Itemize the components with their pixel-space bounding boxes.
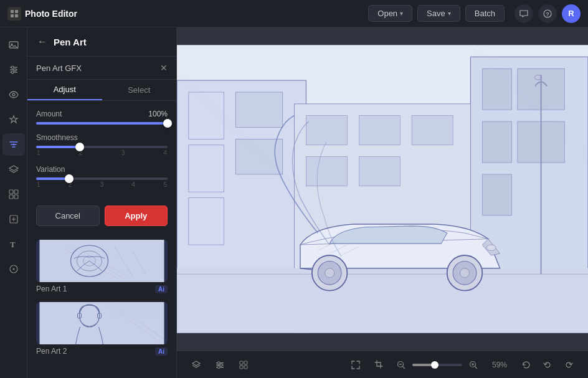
svg-point-23 xyxy=(12,268,14,270)
help-button[interactable]: ? xyxy=(538,4,557,23)
panel-back-button[interactable]: ← xyxy=(36,35,49,49)
sliders-section: Amount 100% Smoothness 1 xyxy=(27,101,176,206)
svg-rect-57 xyxy=(359,116,400,145)
amount-thumb[interactable] xyxy=(163,119,172,128)
sidebar-export-btn[interactable] xyxy=(2,208,25,230)
sidebar-misc-btn[interactable] xyxy=(2,258,25,280)
smoothness-thumb[interactable] xyxy=(75,143,84,151)
panel-title: Pen Art xyxy=(54,37,87,47)
sidebar-media-btn[interactable] xyxy=(2,34,25,56)
svg-rect-52 xyxy=(482,121,511,163)
crop-btn[interactable] xyxy=(370,356,389,374)
zoom-value: 59% xyxy=(485,361,507,369)
svg-rect-86 xyxy=(244,366,247,369)
svg-point-82 xyxy=(217,366,220,368)
undo-btn[interactable] xyxy=(538,356,557,374)
batch-button[interactable]: Batch xyxy=(465,5,505,22)
svg-line-88 xyxy=(403,366,405,369)
tab-select[interactable]: Select xyxy=(102,80,177,100)
sidebar-eye-btn[interactable] xyxy=(2,83,25,106)
filter-header: Pen Art GFX ✕ xyxy=(27,57,176,80)
zoom-controls: 59% xyxy=(394,357,507,372)
svg-text:T: T xyxy=(10,240,16,249)
zoom-slider[interactable] xyxy=(412,364,462,366)
thumbnail-ai-badge-1: Ai xyxy=(155,285,168,293)
thumbnails-section: Pen Art 1 Ai xyxy=(27,235,176,378)
thumbnail-label-2: Pen Art 2 xyxy=(36,347,67,356)
app-title: Photo Editor xyxy=(25,9,77,19)
open-button[interactable]: Open ▾ xyxy=(368,5,412,22)
svg-line-91 xyxy=(475,366,478,369)
user-avatar[interactable]: R xyxy=(562,4,581,23)
smoothness-ticks: 1 2 3 4 xyxy=(36,149,168,156)
topbar-actions: ? R xyxy=(514,4,581,23)
smoothness-track xyxy=(36,146,168,148)
thumbnail-footer-2: Pen Art 2 Ai xyxy=(36,347,168,356)
svg-point-14 xyxy=(12,93,15,96)
svg-rect-3 xyxy=(15,14,18,17)
canvas-content[interactable] xyxy=(177,27,588,351)
amount-value: 100% xyxy=(148,110,168,118)
thumbnail-pen-art-1[interactable]: Pen Art 1 Ai xyxy=(36,240,168,293)
sidebar-gallery-btn[interactable] xyxy=(2,183,25,206)
sidebar-adjust-btn[interactable] xyxy=(2,59,25,81)
amount-fill xyxy=(36,122,168,125)
redo-btn[interactable] xyxy=(559,356,578,374)
cancel-button[interactable]: Cancel xyxy=(36,206,100,226)
sidebar-text-btn[interactable]: T xyxy=(2,233,25,255)
sidebar-layers-btn[interactable] xyxy=(2,158,25,181)
svg-rect-47 xyxy=(235,92,282,128)
smoothness-label: Smoothness xyxy=(36,133,78,142)
filter-name: Pen Art GFX xyxy=(36,64,82,73)
svg-rect-17 xyxy=(14,190,18,194)
grid-bottom-btn[interactable] xyxy=(234,356,253,374)
icon-sidebar: T xyxy=(0,27,27,378)
panel-tabs: Adjust Select xyxy=(27,80,176,101)
svg-rect-54 xyxy=(482,174,511,215)
history-btn[interactable] xyxy=(517,356,536,374)
variation-ticks: 1 2 3 4 5 xyxy=(36,181,168,188)
svg-rect-18 xyxy=(9,195,13,199)
sidebar-filters-btn[interactable] xyxy=(2,133,25,156)
smoothness-slider-row: Smoothness 1 2 3 4 xyxy=(36,133,168,156)
topbar: Photo Editor Open ▾ Save ▾ Batch ? R xyxy=(0,0,588,27)
adjust-bottom-btn[interactable] xyxy=(211,356,229,374)
svg-point-65 xyxy=(325,268,334,278)
svg-point-15 xyxy=(12,144,14,146)
filter-close-button[interactable]: ✕ xyxy=(160,63,168,73)
fit-screen-btn[interactable] xyxy=(346,356,365,374)
svg-rect-84 xyxy=(244,361,247,364)
sidebar-effects-btn[interactable] xyxy=(2,108,25,131)
layers-bottom-btn[interactable] xyxy=(187,356,206,374)
variation-slider-row: Variation 1 2 3 4 5 xyxy=(36,165,168,188)
thumbnail-pen-art-2[interactable]: Pen Art 2 Ai xyxy=(36,302,168,356)
svg-rect-61 xyxy=(177,268,588,333)
zoom-in-btn[interactable] xyxy=(466,357,481,372)
svg-rect-83 xyxy=(240,361,243,364)
svg-rect-0 xyxy=(11,10,14,13)
save-button[interactable]: Save ▾ xyxy=(417,5,460,22)
svg-rect-60 xyxy=(359,157,400,186)
save-chevron: ▾ xyxy=(448,10,451,17)
svg-rect-50 xyxy=(482,69,511,110)
thumbnail-ai-badge-2: Ai xyxy=(155,347,168,356)
zoom-out-btn[interactable] xyxy=(394,357,409,372)
variation-track xyxy=(36,177,168,180)
bottom-bar: 59% xyxy=(177,351,588,378)
messages-button[interactable] xyxy=(514,4,533,23)
svg-rect-19 xyxy=(14,195,18,199)
logo-icon xyxy=(7,7,21,21)
main-layout: T ← Pen Art Pen Art GFX ✕ Adjust Select xyxy=(0,27,588,378)
svg-point-13 xyxy=(11,71,14,73)
svg-rect-1 xyxy=(15,10,18,13)
svg-point-81 xyxy=(220,364,222,366)
svg-rect-2 xyxy=(11,14,14,17)
apply-button[interactable]: Apply xyxy=(105,206,168,226)
panel-buttons: Cancel Apply xyxy=(27,206,176,235)
tab-adjust[interactable]: Adjust xyxy=(27,80,102,100)
variation-label: Variation xyxy=(36,165,65,174)
svg-rect-56 xyxy=(306,116,347,145)
variation-thumb[interactable] xyxy=(65,174,74,183)
svg-rect-58 xyxy=(412,116,453,145)
svg-rect-59 xyxy=(306,157,347,186)
